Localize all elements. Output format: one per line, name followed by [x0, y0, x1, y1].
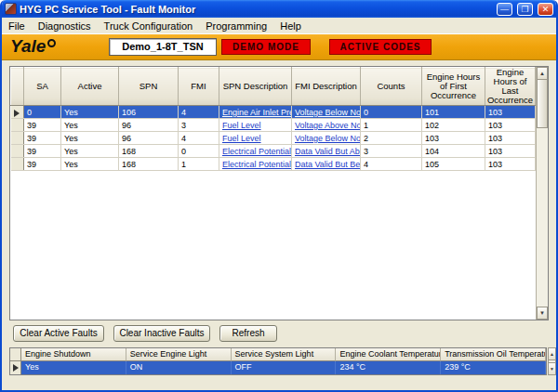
status-col-engine-coolant-temperature[interactable]: Engine Coolant Temperature — [336, 348, 441, 361]
row-selector[interactable] — [11, 145, 24, 158]
col-header-fmi-description[interactable]: FMI Description — [292, 68, 361, 106]
status-service-system-light-value: OFF — [232, 361, 337, 374]
clear-active-faults-button[interactable]: Clear Active Faults — [13, 325, 104, 342]
menu-file[interactable]: File — [2, 20, 32, 33]
spn-description-link[interactable]: Engine Air Inlet Pressure — [222, 108, 292, 117]
row-selector[interactable] — [11, 119, 24, 132]
cell-counts: 2 — [361, 132, 422, 145]
cell-active: Yes — [61, 158, 119, 171]
selector-header — [11, 68, 24, 106]
row-selector[interactable] — [11, 132, 24, 145]
fmi-description-link[interactable]: Data Valid But Below ... — [295, 160, 361, 169]
window-title: HYG PC Service Tool - Fault Monitor — [20, 4, 492, 15]
status-col-service-system-light[interactable]: Service System Light — [232, 348, 337, 361]
fault-grid-scrollbar[interactable]: ▲ ▼ — [536, 67, 548, 320]
cell-counts: 3 — [361, 145, 422, 158]
cell-sa: 39 — [24, 119, 61, 132]
col-header-active[interactable]: Active — [61, 68, 119, 106]
cell-counts: 0 — [361, 106, 422, 119]
fmi-description-link[interactable]: Voltage Below Normal,... — [295, 108, 361, 117]
close-button-icon[interactable]: ✕ — [538, 3, 553, 16]
scroll-down-icon[interactable]: ▼ — [537, 307, 548, 320]
cell-fmi-description: Data Valid But Below ... — [292, 158, 361, 171]
fault-row[interactable]: 39 Yes 96 4 Fuel Level Voltage Below Nor… — [11, 132, 536, 145]
cell-fmi: 3 — [179, 119, 219, 132]
fault-grid: SA Active SPN FMI SPN Description FMI De… — [9, 66, 549, 320]
menu-diagnostics[interactable]: Diagnostics — [32, 20, 98, 33]
yale-logo-text: Yale — [10, 36, 46, 57]
cell-sa: 0 — [24, 106, 61, 119]
cell-active: Yes — [61, 145, 119, 158]
fault-row[interactable]: 39 Yes 96 3 Fuel Level Voltage Above Nor… — [11, 119, 536, 132]
fmi-description-link[interactable]: Voltage Above Normal,... — [295, 121, 361, 130]
cell-last-hours: 103 — [485, 158, 536, 171]
current-row-arrow-icon — [14, 110, 20, 117]
col-header-spn-description[interactable]: SPN Description — [219, 68, 292, 106]
col-header-spn[interactable]: SPN — [119, 68, 179, 106]
row-selector[interactable] — [11, 106, 24, 119]
cell-first-hours: 103 — [422, 132, 485, 145]
fault-row[interactable]: 39 Yes 168 1 Electrical Potential (Vo...… — [11, 158, 536, 171]
status-engine-shutdown-value: Yes — [21, 361, 126, 374]
cell-fmi-description: Voltage Below Normal,... — [292, 132, 361, 145]
cell-active: Yes — [61, 132, 119, 145]
fmi-description-link[interactable]: Data Valid But Above ... — [295, 147, 361, 156]
cell-active: Yes — [61, 119, 119, 132]
menu-bar: File Diagnostics Truck Configuration Pro… — [2, 18, 556, 34]
status-header-row: Engine Shutdown Service Engine Light Ser… — [10, 348, 546, 361]
col-header-last-occurrence[interactable]: Engine Hours of Last Occurrence — [485, 68, 536, 106]
col-header-first-occurrence[interactable]: Engine Hours of First Occurrence — [422, 68, 485, 106]
spn-description-link[interactable]: Electrical Potential (Vo... — [222, 160, 292, 169]
cell-spn: 168 — [119, 158, 179, 171]
fault-header-row: SA Active SPN FMI SPN Description FMI De… — [11, 68, 536, 106]
status-row-selector[interactable] — [10, 361, 21, 374]
col-header-fmi[interactable]: FMI — [179, 68, 219, 106]
cell-fmi-description: Voltage Below Normal,... — [292, 106, 361, 119]
cell-fmi: 1 — [179, 158, 219, 171]
status-grid-scrollbar[interactable]: ▲ ▼ — [548, 347, 556, 375]
menu-help[interactable]: Help — [273, 20, 308, 33]
spn-description-link[interactable]: Fuel Level — [222, 134, 261, 143]
fault-row[interactable]: 0 Yes 106 4 Engine Air Inlet Pressure Vo… — [11, 106, 536, 119]
clear-inactive-faults-button[interactable]: Clear Inactive Faults — [113, 325, 210, 342]
col-header-counts[interactable]: Counts — [361, 68, 422, 106]
cell-fmi: 4 — [179, 132, 219, 145]
maximize-button-icon[interactable]: ❐ — [517, 3, 533, 16]
active-codes-indicator: ACTIVE CODES — [329, 39, 432, 55]
status-value-row[interactable]: Yes ON OFF 234 °C 239 °C — [10, 361, 546, 374]
fmi-description-link[interactable]: Voltage Below Normal,... — [295, 134, 361, 143]
title-bar: HYG PC Service Tool - Fault Monitor — ❐ … — [2, 0, 556, 18]
cell-last-hours: 103 — [485, 119, 536, 132]
scroll-track[interactable] — [537, 128, 548, 307]
cell-spn-description: Electrical Potential (Vo... — [219, 158, 292, 171]
status-engine-coolant-temperature-value: 234 °C — [336, 361, 441, 374]
status-col-service-engine-light[interactable]: Service Engine Light — [126, 348, 232, 361]
scroll-thumb[interactable] — [537, 80, 548, 128]
status-col-transmission-oil-temperature[interactable]: Transmission Oil Temperature — [441, 348, 546, 361]
truck-name-field[interactable]: Demo_1-8T_TSN — [109, 38, 217, 56]
minimize-button-icon[interactable]: — — [497, 3, 512, 16]
scroll-up-icon[interactable]: ▲ — [537, 67, 548, 80]
cell-fmi-description: Voltage Above Normal,... — [292, 119, 361, 132]
status-col-engine-shutdown[interactable]: Engine Shutdown — [21, 348, 126, 361]
menu-programming[interactable]: Programming — [199, 20, 273, 33]
spn-description-link[interactable]: Electrical Potential (Vo... — [222, 147, 292, 156]
demo-mode-indicator: DEMO MODE — [221, 39, 311, 55]
fault-table: SA Active SPN FMI SPN Description FMI De… — [10, 67, 536, 171]
status-grid: Engine Shutdown Service Engine Light Ser… — [9, 347, 547, 375]
cell-spn-description: Engine Air Inlet Pressure — [219, 106, 292, 119]
col-header-sa[interactable]: SA — [24, 68, 61, 106]
cell-spn: 106 — [119, 106, 179, 119]
menu-truck-configuration[interactable]: Truck Configuration — [98, 20, 200, 33]
fault-row[interactable]: 39 Yes 168 0 Electrical Potential (Vo...… — [11, 145, 536, 158]
cell-sa: 39 — [24, 158, 61, 171]
status-transmission-oil-temperature-value: 239 °C — [441, 361, 546, 374]
cell-counts: 1 — [361, 119, 422, 132]
scroll-up-icon[interactable]: ▲ — [549, 348, 555, 360]
spn-description-link[interactable]: Fuel Level — [222, 121, 261, 130]
row-selector[interactable] — [11, 158, 24, 171]
cell-first-hours: 101 — [422, 106, 485, 119]
yale-logo: Yale — [10, 36, 56, 57]
scroll-down-icon[interactable]: ▼ — [549, 362, 555, 374]
refresh-button[interactable]: Refresh — [219, 325, 277, 342]
